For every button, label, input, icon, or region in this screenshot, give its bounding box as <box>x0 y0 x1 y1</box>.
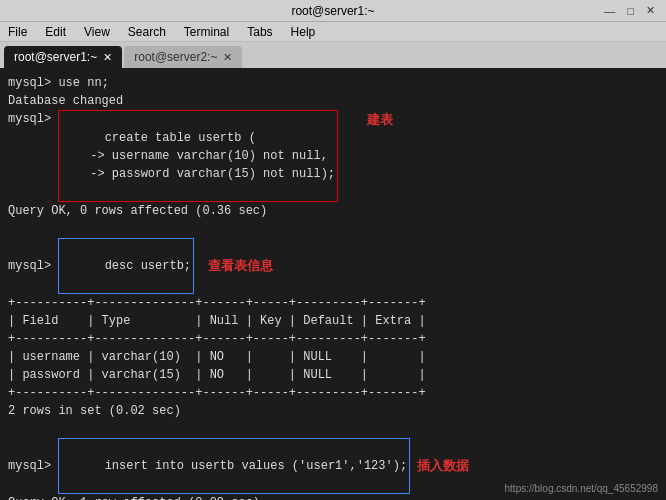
menu-bar: File Edit View Search Terminal Tabs Help <box>0 22 666 42</box>
line-empty1 <box>8 220 658 238</box>
terminal[interactable]: mysql> use nn; Database changed mysql> c… <box>0 68 666 500</box>
tab-server2[interactable]: root@server2:~ ✕ <box>124 46 242 68</box>
annotation-desc: 查看表信息 <box>208 256 273 276</box>
menu-file[interactable]: File <box>4 24 31 40</box>
menu-search[interactable]: Search <box>124 24 170 40</box>
minimize-button[interactable]: — <box>601 5 618 17</box>
tab-server2-close[interactable]: ✕ <box>223 51 232 64</box>
desc-box: desc usertb; <box>58 238 194 294</box>
create-table-box: create table usertb ( -> username varcha… <box>58 110 338 202</box>
line-table-border1: +----------+--------------+------+-----+… <box>8 294 658 312</box>
line-table-header: | Field | Type | Null | Key | Default | … <box>8 312 658 330</box>
title-bar: root@server1:~ — □ ✕ <box>0 0 666 22</box>
annotation-insert: 插入数据 <box>417 456 469 476</box>
line-use: mysql> use nn; <box>8 74 658 92</box>
line-table-border3: +----------+--------------+------+-----+… <box>8 384 658 402</box>
line-table-password: | password | varchar(15) | NO | | NULL |… <box>8 366 658 384</box>
line-table-border2: +----------+--------------+------+-----+… <box>8 330 658 348</box>
line-desc-rows: 2 rows in set (0.02 sec) <box>8 402 658 420</box>
tab-server1-close[interactable]: ✕ <box>103 51 112 64</box>
close-button[interactable]: ✕ <box>643 4 658 17</box>
menu-terminal[interactable]: Terminal <box>180 24 233 40</box>
title-bar-text: root@server1:~ <box>291 4 374 18</box>
line-create-ok: Query OK, 0 rows affected (0.36 sec) <box>8 202 658 220</box>
tab-server1-label: root@server1:~ <box>14 50 97 64</box>
insert-box: insert into usertb values ('user1','123'… <box>58 438 410 494</box>
line-empty2 <box>8 420 658 438</box>
line-db-changed: Database changed <box>8 92 658 110</box>
tab-bar: root@server1:~ ✕ root@server2:~ ✕ <box>0 42 666 68</box>
line-create-table: mysql> create table usertb ( -> username… <box>8 110 658 202</box>
annotation-create-table: 建表 <box>367 110 393 130</box>
menu-edit[interactable]: Edit <box>41 24 70 40</box>
tab-server1[interactable]: root@server1:~ ✕ <box>4 46 122 68</box>
menu-help[interactable]: Help <box>287 24 320 40</box>
watermark: https://blog.csdn.net/qq_45652998 <box>505 481 658 496</box>
menu-view[interactable]: View <box>80 24 114 40</box>
tab-server2-label: root@server2:~ <box>134 50 217 64</box>
line-desc: mysql> desc usertb; 查看表信息 <box>8 238 658 294</box>
line-table-username: | username | varchar(10) | NO | | NULL |… <box>8 348 658 366</box>
maximize-button[interactable]: □ <box>624 5 637 17</box>
menu-tabs[interactable]: Tabs <box>243 24 276 40</box>
window-controls: — □ ✕ <box>601 4 658 17</box>
